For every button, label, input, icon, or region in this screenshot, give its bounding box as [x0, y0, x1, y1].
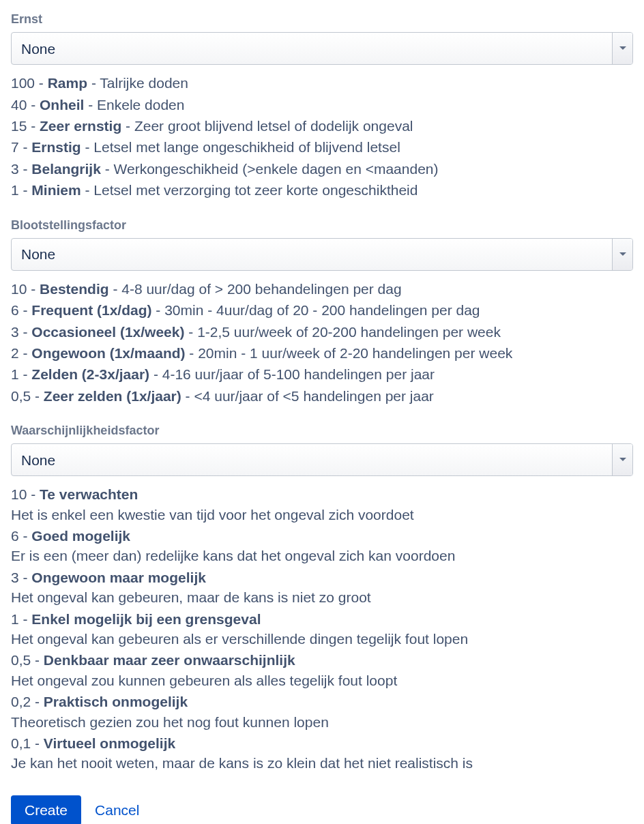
description-num: 1 - — [11, 182, 31, 198]
description-block: 10 - Te verwachtenHet is enkel een kwest… — [11, 484, 633, 525]
description-header: 6 - Goed mogelijk — [11, 526, 633, 546]
description-name: Bestendig — [40, 281, 109, 297]
description-name: Ramp — [48, 75, 87, 91]
description-header: 10 - Te verwachten — [11, 484, 633, 504]
description-name: Enkel mogelijk bij een grensgeval — [31, 611, 261, 627]
description-name: Ongewoon maar mogelijk — [31, 570, 206, 585]
ernst-select[interactable]: None — [11, 32, 633, 65]
description-line: 100 - Ramp - Talrijke doden — [11, 73, 633, 93]
description-num: 0,2 - — [11, 694, 44, 709]
description-name: Denkbaar maar zeer onwaarschijnlijk — [44, 652, 295, 668]
description-name: Ongewoon (1x/maand) — [31, 345, 185, 361]
description-line: 0,5 - Zeer zelden (1x/jaar) - <4 uur/jaa… — [11, 386, 633, 406]
description-text: Het ongeval kan gebeuren, maar de kans i… — [11, 587, 633, 607]
waarschijnlijkheid-select-wrapper: None — [11, 443, 633, 476]
blootstelling-field-group: Blootstellingsfactor None 10 - Bestendig… — [11, 217, 633, 407]
description-header: 3 - Ongewoon maar mogelijk — [11, 568, 633, 587]
description-name: Virtueel onmogelijk — [44, 735, 175, 751]
description-num: 3 - — [11, 570, 31, 585]
description-block: 0,1 - Virtueel onmogelijkJe kan het nooi… — [11, 733, 633, 774]
description-num: 1 - — [11, 366, 31, 382]
description-text: - 30min - 4uur/dag of 20 - 200 handeling… — [152, 302, 480, 318]
description-text: Het ongeval kan gebeuren als er verschil… — [11, 629, 633, 649]
waarschijnlijkheid-select[interactable]: None — [11, 443, 633, 476]
description-name: Belangrijk — [31, 161, 101, 177]
description-block: 1 - Enkel mogelijk bij een grensgevalHet… — [11, 609, 633, 649]
description-block: 0,2 - Praktisch onmogelijkTheoretisch ge… — [11, 692, 633, 732]
description-text: - 1-2,5 uur/week of 20-200 handelingen p… — [184, 324, 500, 340]
description-name: Praktisch onmogelijk — [44, 694, 188, 709]
blootstelling-select[interactable]: None — [11, 238, 633, 271]
description-name: Frequent (1x/dag) — [31, 302, 151, 318]
button-row: Create Cancel — [11, 795, 633, 824]
description-num: 15 - — [11, 118, 40, 134]
blootstelling-select-wrapper: None — [11, 238, 633, 271]
description-line: 40 - Onheil - Enkele doden — [11, 95, 633, 115]
description-text: - 4-8 uur/dag of > 200 behandelingen per… — [109, 281, 402, 297]
description-num: 0,5 - — [11, 388, 44, 404]
description-text: - Enkele doden — [84, 97, 184, 113]
description-line: 2 - Ongewoon (1x/maand) - 20min - 1 uur/… — [11, 343, 633, 363]
description-name: Onheil — [40, 97, 84, 113]
description-name: Ernstig — [31, 139, 80, 155]
description-line: 6 - Frequent (1x/dag) - 30min - 4uur/dag… — [11, 300, 633, 320]
description-num: 6 - — [11, 302, 31, 318]
description-block: 6 - Goed mogelijkEr is een (meer dan) re… — [11, 526, 633, 566]
description-num: 10 - — [11, 281, 40, 297]
description-line: 3 - Occasioneel (1x/week) - 1-2,5 uur/we… — [11, 322, 633, 342]
description-name: Zeer zelden (1x/jaar) — [44, 388, 181, 404]
description-line: 1 - Zelden (2-3x/jaar) - 4-16 uur/jaar o… — [11, 364, 633, 384]
cancel-button[interactable]: Cancel — [95, 802, 139, 819]
description-line: 15 - Zeer ernstig - Zeer groot blijvend … — [11, 116, 633, 136]
description-name: Zeer ernstig — [40, 118, 121, 134]
description-num: 0,1 - — [11, 735, 44, 751]
description-num: 10 - — [11, 486, 40, 502]
blootstelling-label: Blootstellingsfactor — [11, 217, 633, 234]
description-text: - 20min - 1 uur/week of 2-20 handelingen… — [186, 345, 513, 361]
description-header: 0,5 - Denkbaar maar zeer onwaarschijnlij… — [11, 650, 633, 670]
ernst-select-wrapper: None — [11, 32, 633, 65]
description-name: Miniem — [31, 182, 80, 198]
description-name: Occasioneel (1x/week) — [31, 324, 184, 340]
create-button[interactable]: Create — [11, 795, 81, 824]
description-text: Je kan het nooit weten, maar de kans is … — [11, 753, 633, 773]
ernst-description: 100 - Ramp - Talrijke doden40 - Onheil -… — [11, 73, 633, 200]
description-num: 3 - — [11, 324, 31, 340]
description-block: 0,5 - Denkbaar maar zeer onwaarschijnlij… — [11, 650, 633, 690]
ernst-label: Ernst — [11, 11, 633, 28]
description-text: Er is een (meer dan) redelijke kans dat … — [11, 546, 633, 565]
description-name: Goed mogelijk — [31, 528, 130, 544]
description-text: - Werkongeschikheid (>enkele dagen en <m… — [101, 161, 439, 177]
description-text: - Letsel met verzorging tot zeer korte o… — [81, 182, 418, 198]
description-num: 3 - — [11, 161, 31, 177]
description-text: - Zeer groot blijvend letsel of dodelijk… — [121, 118, 413, 134]
description-num: 100 - — [11, 75, 48, 91]
description-line: 1 - Miniem - Letsel met verzorging tot z… — [11, 180, 633, 200]
description-text: - 4-16 uur/jaar of 5-100 handelingen per… — [149, 366, 435, 382]
description-text: - Talrijke doden — [87, 75, 188, 91]
description-text: Theoretisch gezien zou het nog fout kunn… — [11, 712, 633, 732]
description-text: Het ongeval zou kunnen gebeuren als alle… — [11, 671, 633, 690]
description-line: 7 - Ernstig - Letsel met lange ongeschik… — [11, 137, 633, 157]
description-header: 0,2 - Praktisch onmogelijk — [11, 692, 633, 711]
description-line: 10 - Bestendig - 4-8 uur/dag of > 200 be… — [11, 279, 633, 299]
waarschijnlijkheid-description: 10 - Te verwachtenHet is enkel een kwest… — [11, 484, 633, 773]
description-num: 1 - — [11, 611, 31, 627]
description-name: Te verwachten — [40, 486, 138, 502]
waarschijnlijkheid-label: Waarschijnlijkheidsfactor — [11, 422, 633, 439]
description-text: - <4 uur/jaar of <5 handelingen per jaar — [181, 388, 434, 404]
description-num: 7 - — [11, 139, 31, 155]
description-block: 3 - Ongewoon maar mogelijkHet ongeval ka… — [11, 568, 633, 608]
description-text: - Letsel met lange ongeschikheid of blij… — [81, 139, 400, 155]
description-num: 6 - — [11, 528, 31, 544]
description-line: 3 - Belangrijk - Werkongeschikheid (>enk… — [11, 159, 633, 179]
blootstelling-description: 10 - Bestendig - 4-8 uur/dag of > 200 be… — [11, 279, 633, 406]
description-name: Zelden (2-3x/jaar) — [31, 366, 149, 382]
description-num: 40 - — [11, 97, 40, 113]
waarschijnlijkheid-field-group: Waarschijnlijkheidsfactor None 10 - Te v… — [11, 422, 633, 774]
description-header: 0,1 - Virtueel onmogelijk — [11, 733, 633, 753]
description-text: Het is enkel een kwestie van tijd voor h… — [11, 505, 633, 525]
description-num: 2 - — [11, 345, 31, 361]
ernst-field-group: Ernst None 100 - Ramp - Talrijke doden40… — [11, 11, 633, 201]
description-num: 0,5 - — [11, 652, 44, 668]
